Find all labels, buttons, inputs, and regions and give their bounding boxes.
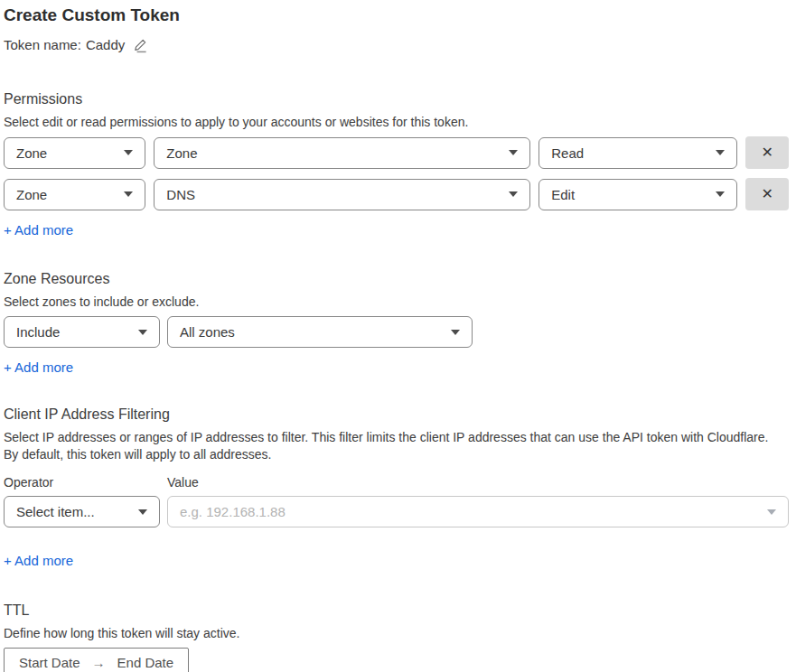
ip-value-input[interactable] bbox=[167, 496, 789, 527]
permission-row: Zone DNS Edit ✕ bbox=[4, 178, 789, 210]
create-custom-token-page: Create Custom Token Token name: Caddy Pe… bbox=[0, 0, 789, 672]
permission-scope-select[interactable]: Zone bbox=[4, 179, 145, 210]
chevron-down-icon bbox=[716, 191, 725, 197]
chevron-down-icon bbox=[138, 509, 147, 515]
token-name-row: Token name: Caddy bbox=[4, 36, 789, 54]
add-more-zone-resource-link[interactable]: + Add more bbox=[4, 359, 73, 376]
add-more-permission-link[interactable]: + Add more bbox=[4, 221, 73, 238]
permission-access-value: Read bbox=[551, 145, 584, 161]
client-ip-row: Select item... bbox=[4, 496, 789, 527]
permission-access-value: Edit bbox=[551, 187, 575, 202]
permission-row: Zone Zone Read ✕ bbox=[4, 136, 789, 169]
chevron-down-icon[interactable] bbox=[767, 509, 776, 515]
close-icon: ✕ bbox=[761, 145, 773, 160]
zone-resource-zones-value: All zones bbox=[180, 324, 235, 340]
ttl-heading: TTL bbox=[4, 602, 789, 620]
ttl-description: Define how long this token will stay act… bbox=[4, 625, 782, 642]
chevron-down-icon bbox=[124, 191, 133, 197]
client-ip-labels-row: Operator Value bbox=[4, 475, 789, 490]
page-title: Create Custom Token bbox=[4, 5, 789, 26]
chevron-down-icon bbox=[716, 150, 725, 155]
zone-resource-row: Include All zones bbox=[4, 316, 789, 348]
right-arrow-icon: → bbox=[92, 655, 106, 670]
edit-pencil-icon bbox=[133, 38, 148, 53]
ip-operator-value: Select item... bbox=[16, 504, 95, 519]
start-date-label: Start Date bbox=[19, 655, 80, 670]
zone-resources-heading: Zone Resources bbox=[4, 270, 789, 288]
permission-resource-select[interactable]: DNS bbox=[154, 179, 530, 210]
zone-resource-mode-select[interactable]: Include bbox=[4, 316, 160, 348]
token-name-label: Token name: bbox=[4, 36, 81, 54]
zone-resource-mode-value: Include bbox=[16, 324, 60, 340]
ip-operator-select[interactable]: Select item... bbox=[4, 496, 160, 527]
end-date-label: End Date bbox=[117, 655, 174, 670]
chevron-down-icon bbox=[124, 150, 133, 155]
client-ip-filtering-heading: Client IP Address Filtering bbox=[4, 406, 789, 424]
chevron-down-icon bbox=[509, 150, 518, 155]
chevron-down-icon bbox=[509, 191, 518, 197]
permissions-description: Select edit or read permissions to apply… bbox=[4, 114, 782, 131]
remove-permission-button[interactable]: ✕ bbox=[745, 178, 789, 210]
ttl-date-range-button[interactable]: Start Date → End Date bbox=[4, 648, 189, 672]
permission-scope-value: Zone bbox=[16, 187, 47, 202]
edit-token-name-button[interactable] bbox=[133, 38, 148, 53]
permission-access-select[interactable]: Read bbox=[538, 137, 737, 169]
permission-resource-value: Zone bbox=[166, 145, 197, 161]
token-name-value: Caddy bbox=[86, 36, 125, 54]
client-ip-filtering-description: Select IP addresses or ranges of IP addr… bbox=[4, 429, 782, 463]
chevron-down-icon bbox=[451, 330, 460, 335]
permission-scope-value: Zone bbox=[16, 145, 47, 161]
permission-resource-value: DNS bbox=[166, 187, 195, 202]
permissions-heading: Permissions bbox=[4, 90, 789, 108]
permission-scope-select[interactable]: Zone bbox=[4, 137, 145, 169]
zone-resource-zones-select[interactable]: All zones bbox=[167, 316, 473, 348]
operator-label: Operator bbox=[4, 475, 160, 490]
permission-resource-select[interactable]: Zone bbox=[154, 137, 530, 169]
remove-permission-button[interactable]: ✕ bbox=[745, 136, 789, 169]
chevron-down-icon bbox=[138, 330, 147, 335]
ip-value-combobox bbox=[167, 496, 789, 527]
zone-resources-description: Select zones to include or exclude. bbox=[4, 294, 782, 311]
close-icon: ✕ bbox=[761, 187, 773, 201]
value-label: Value bbox=[167, 475, 199, 490]
permission-access-select[interactable]: Edit bbox=[538, 179, 737, 210]
add-more-ip-filter-link[interactable]: + Add more bbox=[4, 552, 73, 569]
